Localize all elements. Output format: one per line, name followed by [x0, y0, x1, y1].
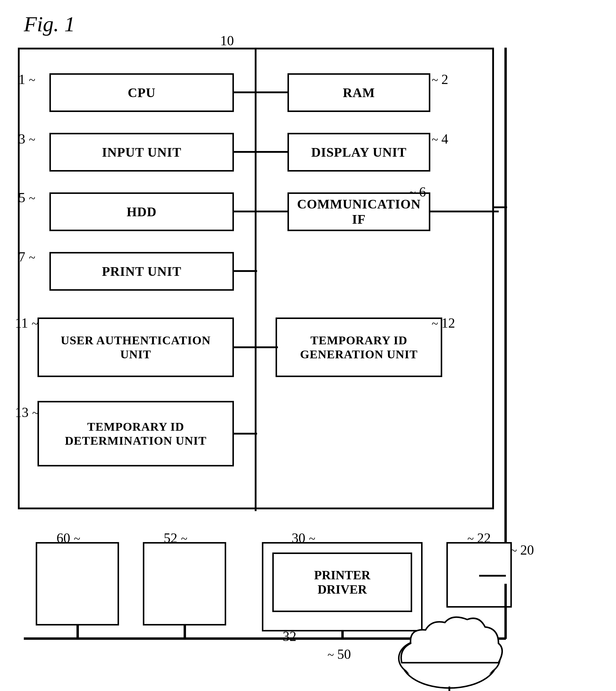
user-auth-box: USER AUTHENTICATION UNIT	[38, 317, 234, 377]
ref-4-text: 4	[441, 131, 448, 147]
ref-3-text: 3	[19, 131, 25, 147]
tempiddet-h-line	[234, 433, 257, 435]
ref-13-text: 13	[15, 405, 28, 420]
ram-h-line	[257, 91, 288, 93]
figure-title: Fig. 1	[24, 12, 75, 37]
main-device-box: CPU RAM INPUT UNIT DISPLAY UNIT HDD COMM…	[18, 48, 494, 509]
ref-10: 10	[220, 33, 234, 48]
ref-12-text: 12	[441, 315, 455, 331]
temp-id-gen-box: TEMPORARY ID GENERATION UNIT	[276, 317, 442, 377]
ref-7-text: 7	[19, 249, 25, 265]
ref-50-text: 50	[337, 647, 351, 662]
ref-30-text: 30	[292, 530, 305, 546]
ref-11-text: 11	[15, 315, 28, 331]
ref-7: 7 ~	[19, 249, 35, 265]
printer-driver-box: PRINTER DRIVER	[272, 552, 412, 612]
comm-h-line	[257, 211, 288, 212]
pc52-box	[143, 542, 226, 626]
ref-5: 5 ~	[19, 190, 35, 206]
input-h-line	[234, 151, 257, 153]
pc30-to-bus	[341, 631, 344, 639]
ref-6-text: 6	[419, 184, 426, 200]
comm-right-line	[430, 211, 499, 212]
ref-2-text: 2	[441, 72, 448, 87]
input-unit-box: INPUT UNIT	[49, 133, 234, 171]
cloud-internet	[393, 608, 506, 691]
ref-50: ~ 50	[327, 646, 351, 662]
ref-60: 60 ~	[57, 530, 80, 546]
ram-box: RAM	[287, 73, 430, 112]
network-v-line	[504, 48, 507, 584]
hdd-box: HDD	[49, 192, 234, 231]
ref-32-text: 32	[283, 629, 296, 644]
print-unit-box: PRINT UNIT	[49, 252, 234, 291]
ref-1: 1 ~	[19, 71, 35, 87]
ref-22-text: 22	[477, 530, 491, 546]
ref-52-text: 52	[164, 530, 177, 546]
tempidgen-h-line	[257, 347, 276, 348]
ref-22: ~ 22	[467, 530, 491, 546]
print-h-line	[234, 270, 257, 272]
cpu-box: CPU	[49, 73, 234, 112]
display-unit-box: DISPLAY UNIT	[287, 133, 430, 171]
comm-to-net-line	[494, 206, 507, 208]
pc60-to-bus	[76, 626, 79, 639]
pc22-to-net	[479, 575, 506, 577]
ref-32: 32	[283, 628, 296, 644]
ref-5-text: 5	[19, 190, 25, 205]
ref-20: ~ 20	[510, 542, 534, 558]
pc52-to-bus	[183, 626, 186, 639]
ref-11: 11 ~	[15, 315, 38, 331]
ref-12: ~ 12	[432, 315, 455, 331]
comm-if-box: COMMUNICATION IF	[287, 192, 430, 231]
ref-30: 30 ~	[292, 530, 315, 546]
ref-20-text: 20	[520, 542, 534, 558]
ref-3: 3 ~	[19, 131, 35, 147]
hdd-h-line	[234, 211, 257, 212]
cpu-h-line	[234, 91, 257, 93]
pc60-box	[36, 542, 119, 626]
ref-52: 52 ~	[164, 530, 187, 546]
ref-6: ~ 6	[409, 184, 426, 200]
ref-1-text: 1	[19, 72, 25, 87]
ref-60-text: 60	[57, 530, 70, 546]
center-v-bus	[255, 49, 257, 511]
display-h-line	[257, 151, 288, 153]
temp-id-det-box: TEMPORARY ID DETERMINATION UNIT	[38, 401, 234, 466]
ref-13: 13 ~	[15, 404, 38, 420]
ref-2: ~ 2	[432, 71, 448, 87]
ref-4: ~ 4	[432, 131, 448, 147]
